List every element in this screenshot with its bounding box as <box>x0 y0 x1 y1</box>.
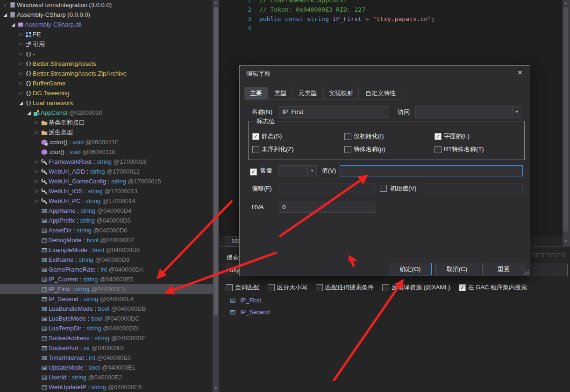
tab-item[interactable]: 自定义特性 <box>360 87 401 100</box>
code-line[interactable]: 3public const string IP_First = "ttxy.pa… <box>219 14 563 24</box>
tree-item-better.streamingassets[interactable]: ▷{}Better.StreamingAssets <box>0 59 213 69</box>
initial-value-input[interactable] <box>425 183 523 194</box>
expander-collapsed-icon[interactable]: ▷ <box>18 29 24 39</box>
tree-item-.ctor[interactable]: .ctor() : void @06000118 <box>0 147 213 157</box>
constant-type-combobox[interactable]: String ▼ <box>278 165 317 176</box>
checkbox-item[interactable] <box>316 284 323 291</box>
expander-collapsed-icon[interactable]: ▷ <box>34 186 40 196</box>
checkbox-p[interactable] <box>344 146 351 153</box>
tree-item-item[interactable]: ▷派生类型 <box>0 127 213 137</box>
scroll-up-icon[interactable]: ▲ <box>213 0 219 7</box>
tree-item-timerinterval[interactable]: TimerInterval : int @040000E0 <box>0 353 213 363</box>
tree-item-extname[interactable]: ExtName : string @040000D9 <box>0 255 213 265</box>
expander-collapsed-icon[interactable]: ▷ <box>34 127 40 137</box>
tab-item[interactable]: 元类型 <box>293 87 322 100</box>
checkbox-i[interactable] <box>344 133 351 140</box>
checkbox-z[interactable] <box>252 146 259 153</box>
checkbox-s[interactable]: ✓ <box>252 133 259 140</box>
offset-input[interactable] <box>279 183 376 194</box>
rva-input[interactable]: 0 <box>279 202 376 213</box>
checkbox-item[interactable] <box>226 284 233 291</box>
reset-button[interactable]: 重置 <box>482 263 525 275</box>
expander-collapsed-icon[interactable]: ▷ <box>2 0 8 10</box>
expander-collapsed-icon[interactable]: ▷ <box>18 88 24 98</box>
chevron-down-icon[interactable]: ▼ <box>512 107 521 117</box>
scroll-down-icon[interactable]: ▼ <box>563 238 569 245</box>
search-result-ip_secend[interactable]: IP_Secend <box>219 306 570 318</box>
expander-collapsed-icon[interactable]: ▷ <box>18 39 24 49</box>
tree-item-appname[interactable]: AppName : string @040000D4 <box>0 206 213 216</box>
expander-collapsed-icon[interactable]: ▷ <box>34 196 40 206</box>
tab-item[interactable]: 主要 <box>244 87 268 100</box>
expander-expanded-icon[interactable]: ◢ <box>2 10 8 20</box>
expander-expanded-icon[interactable]: ◢ <box>26 108 32 118</box>
tree-item-luabytemode[interactable]: LuaByteMode : bool @040000DC <box>0 314 213 323</box>
cancel-button[interactable]: 取消(C) <box>435 263 478 275</box>
resize-grip[interactable] <box>523 269 529 275</box>
code-line[interactable]: 1// LuaFramework.AppConst <box>219 0 563 5</box>
tree-item-ip_current[interactable]: IP_Current : string @040000E5 <box>0 274 213 284</box>
tree-scrollbar-thumb[interactable] <box>214 7 218 315</box>
tree-item-userid[interactable]: UserId : string @040000E2 <box>0 372 213 382</box>
tree-item-socketport[interactable]: SocketPort : int @040000DF <box>0 343 213 353</box>
pane-grip[interactable] <box>531 252 566 258</box>
checkbox-xaml[interactable] <box>382 284 389 291</box>
scroll-down-icon[interactable]: ▼ <box>213 385 219 392</box>
tree-item-dg.tweening[interactable]: ▷{}DG.Tweening <box>0 88 213 98</box>
tree-item-gameframerate[interactable]: GameFrameRate : int @040000DA <box>0 265 213 274</box>
tree-item-debugmode[interactable]: DebugMode : bool @040000D7 <box>0 235 213 245</box>
tree-item-assetdir[interactable]: AssetDir : string @040000D6 <box>0 225 213 235</box>
search-result-ip_first[interactable]: IP_First <box>219 294 570 306</box>
tree-item-.cctor[interactable]: .cctor() : void @0600011E <box>0 137 213 147</box>
tree-item-updatemode[interactable]: UpdateMode : bool @040000E1 <box>0 363 213 372</box>
tree-item-socketaddress[interactable]: SocketAddress : string @040000DE <box>0 333 213 343</box>
tree-item-appconst[interactable]: ◢AppConst @02000030 <box>0 108 213 118</box>
tree-item-webupdateip[interactable]: WebUpdateIP : string @040000E6 <box>0 382 213 392</box>
checkbox-initial-value[interactable] <box>380 185 387 192</box>
code-line[interactable]: 4 <box>219 24 563 33</box>
tree-item-weburl_add[interactable]: ▷WebUrl_ADD : string @17000012 <box>0 167 213 176</box>
checkbox-item[interactable] <box>268 284 275 291</box>
checkbox-rtt[interactable] <box>435 146 442 153</box>
tree-item-better.streamingassets.ziparchive[interactable]: ▷{}Better.StreamingAssets.ZipArchive <box>0 69 213 78</box>
tree-item-frameworkroot[interactable]: ▷FrameworkRoot : string @17000016 <box>0 157 213 167</box>
code-line[interactable]: 2// Token: 0x040000E3 RID: 227 <box>219 5 563 14</box>
expander-collapsed-icon[interactable]: ▷ <box>34 118 40 127</box>
tree-item-item[interactable]: ▷基类型和接口 <box>0 118 213 127</box>
expander-collapsed-icon[interactable]: ▷ <box>34 167 40 176</box>
checkbox-l[interactable]: ✓ <box>435 133 442 140</box>
scroll-up-icon[interactable]: ▲ <box>563 0 569 7</box>
tree-item-luatempdir[interactable]: LuaTempDir : string @040000DD <box>0 323 213 333</box>
ok-button[interactable]: 确定(O) <box>389 263 432 275</box>
expander-collapsed-icon[interactable]: ▷ <box>18 59 24 69</box>
checkbox-constant[interactable]: ✓ <box>250 168 257 175</box>
tree-item-weburl_pc[interactable]: ▷WebUrl_PC : string @17000014 <box>0 196 213 206</box>
dialog-titlebar[interactable]: 编辑字段 × <box>240 66 530 82</box>
access-combobox[interactable]: 公共 ▼ <box>415 106 521 118</box>
expander-collapsed-icon[interactable]: ▷ <box>18 49 24 59</box>
constant-value-input[interactable]: "ttxy.papatv.cn" <box>340 165 523 176</box>
tree-item-appprefix[interactable]: AppPrefix : string @040000D5 <box>0 216 213 225</box>
tree-item-item[interactable]: ▷引用 <box>0 39 213 49</box>
tab-item[interactable]: 类型 <box>269 87 292 100</box>
tree-item-ip_secend[interactable]: IP_Secend : string @040000E4 <box>0 294 213 304</box>
close-icon[interactable]: × <box>510 66 530 80</box>
expander-collapsed-icon[interactable]: ▷ <box>34 157 40 167</box>
tree-item-luaframework[interactable]: ◢{}LuaFramework <box>0 98 213 108</box>
tree-item-buffergame[interactable]: ▷{}BufferGame <box>0 78 213 88</box>
editor-scrollbar-thumb[interactable] <box>563 7 568 231</box>
expander-expanded-icon[interactable]: ◢ <box>10 20 16 29</box>
tree-item-luabundlemode[interactable]: LuaBundleMode : bool @040000DB <box>0 304 213 314</box>
tree-item-pe[interactable]: ▷PE <box>0 29 213 39</box>
tree-item-ip_first[interactable]: IP_First : string @040000E3 <box>0 284 213 294</box>
tree-item-weburl_ios[interactable]: ▷WebUrl_IOS : string @17000013 <box>0 186 213 196</box>
tree-scrollbar[interactable]: ▲ ▼ <box>213 0 219 392</box>
tree-item-weburl_gameconfig[interactable]: ▷WebUrl_GameConfig : string @17000015 <box>0 176 213 186</box>
chevron-down-icon[interactable]: ▼ <box>307 166 316 176</box>
expander-collapsed-icon[interactable]: ▷ <box>34 176 40 186</box>
tab-item[interactable]: 实现映射 <box>323 87 359 100</box>
tree-item-assembly-csharp.dll[interactable]: ◢Assembly-CSharp.dll <box>0 20 213 29</box>
expander-expanded-icon[interactable]: ◢ <box>18 98 24 108</box>
tree-item-assembly-csharp0.0.0.0[interactable]: ◢Assembly-CSharp (0.0.0.0) <box>0 10 213 20</box>
tree-item-windowsformsintegration3.0.0.0[interactable]: ▷WindowsFormsIntegration (3.0.0.0) <box>0 0 213 10</box>
